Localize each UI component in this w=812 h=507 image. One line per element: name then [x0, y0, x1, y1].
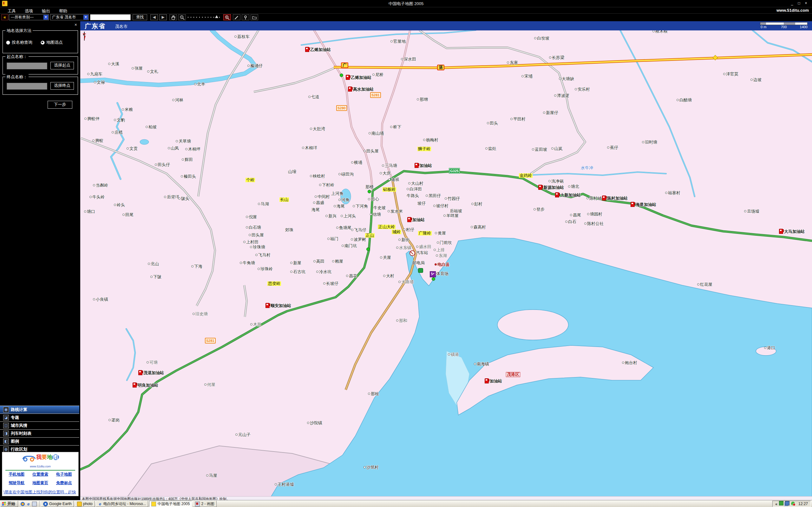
task-label: photo [83, 502, 93, 506]
paint-icon [195, 502, 200, 506]
radio-pick-on-map[interactable]: 地图选点 [41, 40, 63, 45]
zoom-slider[interactable] [188, 14, 222, 20]
sidebar: × 地名选择方法 按名称查询 地图选点 起点名称： 选择起点 终点名称： 选择终… [0, 21, 80, 500]
clock: 12:27 [798, 502, 808, 506]
ie-icon: e [98, 502, 102, 506]
tray-chev-icon[interactable]: « [775, 502, 777, 506]
map-icon [151, 502, 156, 506]
find-button[interactable]: 查找 [133, 14, 147, 20]
scale-zero: 0 m [761, 25, 766, 29]
chevron-down-icon[interactable]: ▼ [44, 15, 48, 20]
back-button[interactable]: ◀ [150, 14, 158, 20]
pan-tool-button[interactable] [169, 14, 177, 20]
folder-icon [77, 502, 82, 506]
forward-button[interactable]: ▶ [159, 14, 167, 20]
menu-bar: 工具选项输出帮助 www.51ditu.com [0, 7, 812, 14]
hand-icon [171, 16, 175, 20]
window-title: 中国电子地图 2005 [0, 1, 812, 7]
promo-panel: 我要地图 www.51ditu.com 手机地图位置搜索电子地图驾驶导航地图黄页… [2, 452, 79, 496]
measure-tool-button[interactable] [233, 14, 241, 20]
sidebar-item-label: 图例 [11, 439, 19, 444]
taskbar-task-中国电子地图 2005[interactable]: 中国电子地图 2005 [149, 501, 192, 507]
sidebar-item-label: 列车时刻表 [11, 431, 32, 436]
map-scalebar: 0 m 700 1400 [760, 22, 808, 30]
task-label: 中国电子地图 2005 [157, 501, 190, 507]
marker-tool-button[interactable] [242, 14, 249, 20]
scale-mid: 700 [781, 25, 786, 29]
pick-end-button[interactable]: 选择终点 [50, 82, 74, 90]
图例-icon: ◧ [3, 439, 9, 444]
tray-net-icon[interactable] [785, 501, 790, 505]
行政区划-icon: ◍ [3, 447, 9, 452]
pushpin-icon [245, 16, 247, 18]
sidebar-item-城市风情[interactable]: ◫城市风情 [0, 421, 79, 429]
pick-start-button[interactable]: 选择起点 [50, 62, 74, 69]
minimize-button[interactable]: _ [789, 1, 796, 5]
路线计算-icon: ▦ [3, 407, 9, 412]
start-button[interactable]: 开始 [1, 501, 18, 507]
promo-link-电子地图[interactable]: 电子地图 [52, 472, 76, 477]
promo-link-地图黄页[interactable]: 地图黄页 [29, 481, 52, 486]
sidebar-item-label: 行政区划 [11, 447, 27, 452]
map-canvas[interactable] [0, 0, 812, 507]
category-dropdown[interactable]: ---所有类别---▼ [9, 14, 49, 20]
taskbar-task-电白同乡论坛 - Microso...[interactable]: e电白同乡论坛 - Microso... [96, 501, 148, 507]
promo-link-免费标点[interactable]: 免费标点 [52, 481, 76, 486]
search-input[interactable] [90, 14, 131, 20]
task-label: 电白同乡论坛 - Microso... [103, 501, 146, 507]
groupbox-title: 起点名称： [5, 54, 29, 60]
sidebar-item-图例[interactable]: ◧图例 [0, 437, 79, 445]
task-buttons: Google Earthphotoe电白同乡论坛 - Microso...中国电… [41, 501, 770, 507]
taskbar-task-Google Earth[interactable]: Google Earth [41, 501, 74, 507]
quicklaunch-ie-icon[interactable]: e [26, 502, 31, 506]
promo-link-手机地图[interactable]: 手机地图 [5, 472, 29, 477]
taskbar-task-2 - 画图[interactable]: 2 - 画图 [193, 501, 216, 507]
scale-max: 1400 [800, 25, 808, 29]
divider [5, 470, 75, 470]
groupbox-title: 终点名称： [5, 74, 29, 80]
tray-green-icon[interactable] [779, 501, 783, 505]
toolbar: « ---所有类别---▼ 广东省 茂名市▼ 查找 ◀ ▶ [0, 13, 812, 21]
region-dropdown[interactable]: 广东省 茂名市▼ [50, 14, 89, 20]
sidebar-item-专题[interactable]: ◪专题 [0, 413, 79, 421]
groupbox-title: 地名选择方法 [5, 28, 33, 34]
close-button[interactable]: × [803, 1, 809, 5]
export-button[interactable] [251, 14, 258, 20]
zoom-out-button[interactable] [178, 14, 186, 20]
taskbar-task-photo[interactable]: photo [75, 501, 95, 507]
windows-logo-icon [2, 502, 6, 506]
sidebar-item-列车时刻表[interactable]: ◨列车时刻表 [0, 429, 79, 437]
promo-link-位置搜索[interactable]: 位置搜索 [29, 472, 52, 477]
next-step-button[interactable]: 下一步 [48, 101, 72, 109]
globe-icon [43, 502, 48, 506]
sidebar-item-label: 城市风情 [11, 423, 27, 429]
promo-links: 手机地图位置搜索电子地图驾驶导航地图黄页免费标点 [5, 472, 76, 486]
car-icon [21, 453, 36, 462]
quicklaunch-wmp-icon[interactable] [20, 502, 25, 506]
folder-icon [252, 16, 256, 19]
chevron-down-icon[interactable]: ▼ [84, 15, 88, 20]
taskbar: 开始 e Google Earthphotoe电白同乡论坛 - Microso.… [0, 500, 812, 507]
pencil-icon [235, 16, 238, 19]
zoom-slider-thumb[interactable] [215, 15, 218, 18]
城市风情-icon: ◫ [3, 423, 9, 429]
start-name-input[interactable] [7, 62, 47, 69]
promo-link-驾驶导航[interactable]: 驾驶导航 [5, 481, 29, 486]
title-bar: 中国电子地图 2005 _□× [0, 0, 812, 7]
tray-icons: « [775, 501, 797, 507]
sidebar-item-路线计算[interactable]: ▦路线计算 [0, 406, 79, 413]
maximize-button[interactable]: □ [796, 1, 803, 5]
tray-msn-icon[interactable] [791, 502, 795, 505]
collapse-sidebar-button[interactable]: « [1, 14, 8, 20]
end-name-input[interactable] [7, 83, 47, 90]
compass-icon [81, 31, 88, 41]
method-groupbox: 地名选择方法 按名称查询 地图选点 [3, 31, 78, 53]
site-url: www.51ditu.com [776, 8, 809, 13]
quick-launch: e [18, 501, 40, 507]
zoom-in-button[interactable] [223, 14, 231, 20]
radio-search-by-name[interactable]: 按名称查询 [6, 40, 32, 45]
map-header-bar: 广东省 茂名市 0 m 700 1400 [80, 21, 812, 31]
close-icon[interactable]: × [74, 22, 77, 27]
start-groupbox: 起点名称： 选择起点 [3, 56, 78, 74]
quicklaunch-desktop-icon[interactable] [32, 502, 37, 506]
